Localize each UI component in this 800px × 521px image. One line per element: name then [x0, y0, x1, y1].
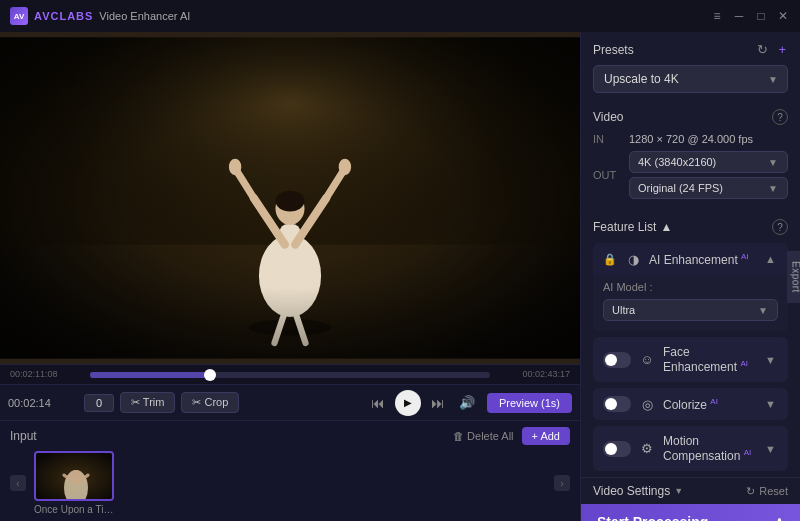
add-button[interactable]: + Add — [522, 427, 570, 445]
motion-expand[interactable]: ▼ — [763, 441, 778, 457]
filmstrip-prev[interactable]: ‹ — [10, 475, 26, 491]
ai-enhancement-expand[interactable]: ▲ — [763, 251, 778, 267]
feature-face-enhancement: ☺ Face Enhancement AI ▼ — [593, 337, 788, 382]
app-logo-icon: AV — [10, 7, 28, 25]
video-help-icon[interactable]: ? — [772, 109, 788, 125]
fps-select-wrapper: Original (24 FPS) 30 FPS 60 FPS ▼ — [629, 177, 788, 199]
colorize-expand[interactable]: ▼ — [763, 396, 778, 412]
colorize-toggle-knob — [605, 398, 617, 410]
ai-badge-1: AI — [740, 359, 748, 368]
timeline-handle[interactable] — [204, 369, 216, 381]
feature-colorize: ◎ Colorize AI ▼ — [593, 388, 788, 420]
presets-header: Presets ↻ + — [581, 32, 800, 65]
video-out-row: OUT 4K (3840x2160) 1080p (1920x1080) 720… — [593, 151, 788, 199]
ai-model-select[interactable]: Ultra Standard Fast — [603, 299, 778, 321]
video-section-title: Video — [593, 110, 623, 124]
right-panel: Presets ↻ + Upscale to 4K Upscale to 108… — [580, 32, 800, 521]
motion-name: Motion Compensation AI — [663, 434, 755, 463]
feature-section: Feature List ▲ ? 🔒 ◑ AI Enhancement AI — [581, 219, 800, 477]
motion-icon: ⚙ — [639, 441, 655, 457]
presets-add-button[interactable]: + — [776, 40, 788, 59]
face-enhancement-toggle[interactable] — [603, 352, 631, 368]
timeline-row[interactable]: 00:02:11:08 00:02:43:17 — [0, 364, 580, 384]
video-settings-title: Video Settings ▼ — [593, 484, 683, 498]
input-label: Input — [10, 429, 37, 443]
next-frame-button[interactable]: ⏭ — [427, 393, 449, 413]
time-end: 00:02:43:17 — [522, 365, 570, 383]
delete-all-button[interactable]: 🗑 Delete All — [453, 430, 514, 442]
list-item[interactable]: Once Upon a Time in ... — [34, 451, 114, 515]
feature-list-title: Feature List ▲ — [593, 220, 672, 234]
presets-refresh-button[interactable]: ↻ — [755, 40, 770, 59]
feature-ai-enhancement: 🔒 ◑ AI Enhancement AI ▲ AI Model : Ultra — [593, 243, 788, 331]
menu-button[interactable]: ≡ — [710, 9, 724, 23]
trim-button[interactable]: ✂ Trim — [120, 392, 175, 413]
app-title: Video Enhancer AI — [99, 10, 190, 22]
title-controls: ≡ ─ □ ✕ — [710, 9, 790, 23]
video-section: Video ? IN 1280 × 720 @ 24.000 fps OUT 4… — [581, 109, 800, 213]
colorize-icon: ◎ — [639, 396, 655, 412]
current-time-display: 00:02:14 — [8, 397, 78, 409]
presets-select[interactable]: Upscale to 4K Upscale to 1080p Denoise D… — [593, 65, 788, 93]
fps-select[interactable]: Original (24 FPS) 30 FPS 60 FPS — [629, 177, 788, 199]
ai-model-select-wrapper: Ultra Standard Fast ▼ — [603, 299, 778, 321]
reset-button[interactable]: ↻ Reset — [746, 485, 788, 498]
motion-compensation-header: ⚙ Motion Compensation AI ▼ — [593, 426, 788, 471]
video-in-row: IN 1280 × 720 @ 24.000 fps — [593, 133, 788, 145]
timeline-track[interactable] — [90, 372, 490, 378]
app-brand: AVCLABS — [34, 10, 93, 22]
ai-enhancement-name: AI Enhancement AI — [649, 252, 755, 267]
bottom-bar: Video Settings ▼ ↻ Reset Start Processin… — [581, 477, 800, 521]
colorize-toggle[interactable] — [603, 396, 631, 412]
frame-input[interactable] — [84, 394, 114, 412]
prev-frame-button[interactable]: ⏮ — [367, 393, 389, 413]
motion-toggle-knob — [605, 443, 617, 455]
export-tab[interactable]: Export — [788, 251, 800, 303]
video-out-selects: 4K (3840x2160) 1080p (1920x1080) 720p (1… — [629, 151, 788, 199]
video-in-value: 1280 × 720 @ 24.000 fps — [629, 133, 753, 145]
title-bar-left: AV AVCLABS Video Enhancer AI — [10, 7, 190, 25]
face-enhancement-expand[interactable]: ▼ — [763, 352, 778, 368]
timeline-progress — [90, 372, 210, 378]
video-in-label: IN — [593, 133, 621, 145]
motion-toggle[interactable] — [603, 441, 631, 457]
app-logo: AV AVCLABS Video Enhancer AI — [10, 7, 190, 25]
input-actions: 🗑 Delete All + Add — [453, 427, 570, 445]
input-section: Input 🗑 Delete All + Add ‹ — [0, 420, 580, 521]
input-header: Input 🗑 Delete All + Add — [10, 427, 570, 445]
preview-button[interactable]: Preview (1s) — [487, 393, 572, 413]
filmstrip-next[interactable]: › — [554, 475, 570, 491]
video-section-header: Video ? — [593, 109, 788, 125]
ai-enhancement-expanded: AI Model : Ultra Standard Fast ▼ — [593, 275, 788, 331]
film-title: Once Upon a Time in ... — [34, 504, 114, 515]
ai-badge-2: AI — [710, 397, 718, 406]
resolution-select-wrapper: 4K (3840x2160) 1080p (1920x1080) 720p (1… — [629, 151, 788, 173]
volume-button[interactable]: 🔊 — [459, 395, 475, 410]
left-panel: 00:02:11:08 00:02:43:17 00:02:14 ✂ Trim … — [0, 32, 580, 521]
video-settings-row: Video Settings ▼ ↻ Reset — [581, 478, 800, 504]
start-processing-button[interactable]: Start Processing ∧ — [581, 504, 800, 521]
resolution-select[interactable]: 4K (3840x2160) 1080p (1920x1080) 720p (1… — [629, 151, 788, 173]
filmstrip-scroll: Once Upon a Time in ... — [34, 451, 546, 515]
ai-badge-0: AI — [741, 252, 749, 261]
controls-bar: 00:02:14 ✂ Trim ✂ Crop ⏮ ▶ ⏭ 🔊 Preview (… — [0, 384, 580, 420]
filmstrip: ‹ — [10, 451, 570, 515]
ai-enhancement-header: 🔒 ◑ AI Enhancement AI ▲ — [593, 243, 788, 275]
start-processing-chevron: ∧ — [774, 514, 784, 521]
ai-enhancement-icon: ◑ — [625, 251, 641, 267]
video-content — [0, 32, 580, 364]
svg-rect-16 — [0, 37, 580, 358]
feature-help-icon[interactable]: ? — [772, 219, 788, 235]
feature-header: Feature List ▲ ? — [593, 219, 788, 235]
title-bar: AV AVCLABS Video Enhancer AI ≡ ─ □ ✕ — [0, 0, 800, 32]
presets-title: Presets — [593, 43, 634, 57]
close-button[interactable]: ✕ — [776, 9, 790, 23]
face-enhancement-icon: ☺ — [639, 352, 655, 368]
maximize-button[interactable]: □ — [754, 9, 768, 23]
crop-button[interactable]: ✂ Crop — [181, 392, 239, 413]
ai-model-label: AI Model : — [603, 281, 778, 293]
feature-motion-compensation: ⚙ Motion Compensation AI ▼ — [593, 426, 788, 471]
time-start: 00:02:11:08 — [10, 365, 58, 383]
minimize-button[interactable]: ─ — [732, 9, 746, 23]
play-button[interactable]: ▶ — [395, 390, 421, 416]
